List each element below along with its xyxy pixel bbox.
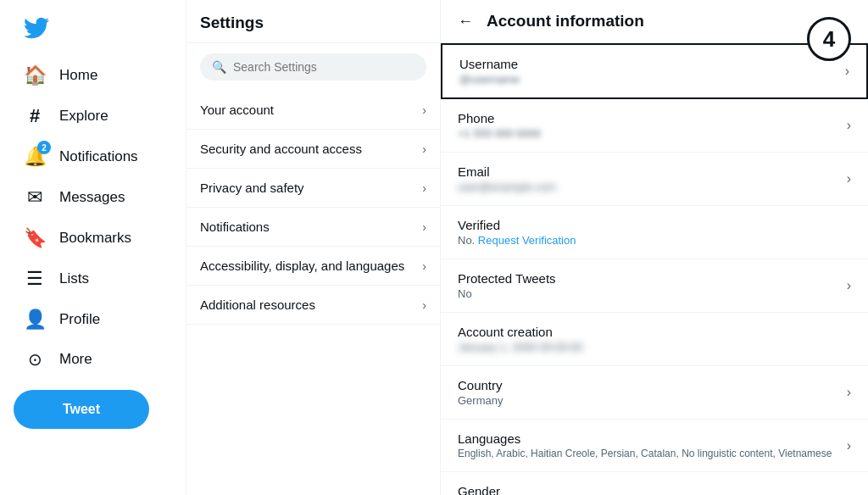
chevron-right-icon: › bbox=[847, 385, 851, 400]
sidebar-item-bookmarks[interactable]: 🔖 Bookmarks bbox=[14, 219, 172, 258]
email-label: Email bbox=[458, 164, 837, 179]
step-badge: 4 bbox=[807, 17, 851, 61]
settings-item-security-label: Security and account access bbox=[200, 142, 362, 156]
settings-item-additional-label: Additional resources bbox=[200, 298, 315, 312]
chevron-right-icon: › bbox=[847, 278, 851, 293]
account-info-row-verified[interactable]: Verified No. Request Verification bbox=[441, 206, 868, 259]
more-icon: ⊙ bbox=[24, 349, 46, 370]
account-info-row-country[interactable]: Country Germany › bbox=[441, 366, 868, 420]
sidebar-item-explore[interactable]: # Explore bbox=[14, 97, 172, 136]
verified-value: No. Request Verification bbox=[458, 234, 824, 247]
sidebar-item-lists[interactable]: ☰ Lists bbox=[14, 259, 172, 298]
sidebar-item-more-label: More bbox=[59, 351, 92, 368]
account-info-row-email[interactable]: Email user@example.com › bbox=[441, 153, 868, 206]
account-info-row-phone[interactable]: Phone +1 555 000 0000 › bbox=[441, 99, 868, 153]
account-creation-value: January 1, 2000 00:00:00 bbox=[458, 341, 824, 353]
username-label: Username bbox=[459, 57, 835, 71]
sidebar-item-notifications[interactable]: 🔔 2 Notifications bbox=[14, 137, 172, 176]
verified-row-content: Verified No. Request Verification bbox=[458, 218, 824, 247]
explore-icon: # bbox=[24, 105, 46, 127]
sidebar: 🏠 Home # Explore 🔔 2 Notifications ✉ Mes… bbox=[0, 0, 186, 495]
sidebar-item-explore-label: Explore bbox=[59, 108, 108, 125]
account-info-title: Account information bbox=[487, 12, 644, 31]
settings-item-privacy-label: Privacy and safety bbox=[200, 181, 304, 195]
profile-icon: 👤 bbox=[24, 309, 46, 331]
sidebar-item-home[interactable]: 🏠 Home bbox=[14, 56, 172, 95]
sidebar-item-more[interactable]: ⊙ More bbox=[14, 341, 172, 378]
settings-item-your-account-label: Your account bbox=[200, 103, 274, 117]
protected-tweets-value: No bbox=[458, 287, 837, 300]
gender-label: Gender bbox=[458, 484, 837, 495]
chevron-right-icon: › bbox=[422, 220, 426, 234]
sidebar-item-messages[interactable]: ✉ Messages bbox=[14, 178, 172, 217]
country-value: Germany bbox=[458, 394, 837, 407]
account-info-header: ← Account information bbox=[441, 0, 868, 43]
tweet-button[interactable]: Tweet bbox=[14, 390, 149, 429]
protected-tweets-row-content: Protected Tweets No bbox=[458, 271, 837, 300]
settings-item-security[interactable]: Security and account access › bbox=[186, 130, 440, 169]
account-info-row-account-creation[interactable]: Account creation January 1, 2000 00:00:0… bbox=[441, 313, 868, 366]
account-creation-row-content: Account creation January 1, 2000 00:00:0… bbox=[458, 325, 824, 353]
account-info-panel: ← Account information Username @username… bbox=[441, 0, 868, 495]
verified-label: Verified bbox=[458, 218, 824, 232]
search-icon: 🔍 bbox=[212, 60, 226, 74]
messages-icon: ✉ bbox=[24, 186, 46, 209]
sidebar-item-profile-label: Profile bbox=[59, 311, 100, 328]
chevron-right-icon: › bbox=[847, 438, 851, 453]
bookmarks-icon: 🔖 bbox=[24, 227, 46, 249]
account-info-row-username[interactable]: Username @username › bbox=[441, 43, 868, 99]
search-settings-bar[interactable]: 🔍 bbox=[200, 53, 426, 81]
settings-item-privacy[interactable]: Privacy and safety › bbox=[186, 169, 440, 208]
username-row-content: Username @username bbox=[459, 57, 835, 86]
country-row-content: Country Germany bbox=[458, 378, 837, 407]
sidebar-item-home-label: Home bbox=[59, 67, 97, 84]
chevron-right-icon: › bbox=[422, 142, 426, 156]
lists-icon: ☰ bbox=[24, 268, 46, 290]
languages-label: Languages bbox=[458, 431, 837, 446]
settings-item-additional[interactable]: Additional resources › bbox=[186, 286, 440, 325]
back-arrow-icon[interactable]: ← bbox=[458, 13, 473, 31]
home-icon: 🏠 bbox=[24, 64, 46, 86]
settings-item-accessibility-label: Accessibility, display, and languages bbox=[200, 259, 404, 273]
chevron-right-icon: › bbox=[422, 298, 426, 312]
twitter-logo[interactable] bbox=[14, 8, 172, 51]
settings-item-notifications-label: Notifications bbox=[200, 220, 270, 234]
account-creation-label: Account creation bbox=[458, 325, 824, 339]
sidebar-item-profile[interactable]: 👤 Profile bbox=[14, 300, 172, 339]
search-settings-input[interactable] bbox=[233, 60, 415, 74]
protected-tweets-label: Protected Tweets bbox=[458, 271, 837, 286]
sidebar-item-notifications-label: Notifications bbox=[59, 148, 138, 165]
account-info-row-languages[interactable]: Languages English, Arabic, Haitian Creol… bbox=[441, 420, 868, 472]
notifications-badge: 2 bbox=[37, 141, 51, 154]
request-verification-link[interactable]: Request Verification bbox=[478, 234, 576, 247]
sidebar-item-bookmarks-label: Bookmarks bbox=[59, 230, 131, 247]
chevron-right-icon: › bbox=[847, 171, 851, 186]
settings-item-your-account[interactable]: Your account › bbox=[186, 91, 440, 130]
chevron-right-icon: › bbox=[422, 259, 426, 273]
chevron-right-icon: › bbox=[422, 103, 426, 117]
username-value: @username bbox=[459, 73, 835, 86]
email-row-content: Email user@example.com bbox=[458, 164, 837, 193]
account-info-row-protected-tweets[interactable]: Protected Tweets No › bbox=[441, 259, 868, 313]
phone-row-content: Phone +1 555 000 0000 bbox=[458, 111, 837, 140]
sidebar-item-lists-label: Lists bbox=[59, 270, 89, 287]
country-label: Country bbox=[458, 378, 837, 392]
phone-label: Phone bbox=[458, 111, 837, 125]
phone-value: +1 555 000 0000 bbox=[458, 127, 837, 140]
settings-panel: Settings 🔍 Your account › Security and a… bbox=[186, 0, 441, 495]
account-info-row-gender[interactable]: Gender Male › bbox=[441, 472, 868, 495]
languages-row-content: Languages English, Arabic, Haitian Creol… bbox=[458, 431, 837, 459]
chevron-right-icon: › bbox=[422, 181, 426, 195]
chevron-right-icon: › bbox=[845, 64, 849, 79]
chevron-right-icon: › bbox=[847, 118, 851, 133]
languages-value: English, Arabic, Haitian Creole, Persian… bbox=[458, 448, 837, 459]
sidebar-item-messages-label: Messages bbox=[59, 189, 125, 206]
settings-title: Settings bbox=[186, 0, 440, 43]
settings-item-notifications[interactable]: Notifications › bbox=[186, 208, 440, 247]
settings-item-accessibility[interactable]: Accessibility, display, and languages › bbox=[186, 247, 440, 286]
chevron-right-icon: › bbox=[847, 491, 851, 495]
email-value: user@example.com bbox=[458, 181, 837, 193]
gender-row-content: Gender Male bbox=[458, 484, 837, 495]
